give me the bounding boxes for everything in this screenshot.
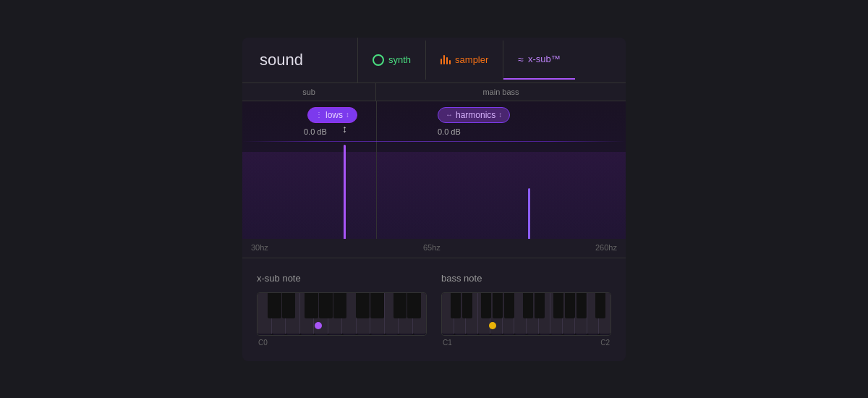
eq-label-mainbass: main bass xyxy=(376,83,626,101)
eq-canvas: ⋮ lows ↕ 0.0 dB ↔ harmonics ↕ 0.0 dB ↕ xyxy=(242,101,626,239)
eq-section: sub main bass ⋮ lows ↕ 0.0 dB ↔ harmonic… xyxy=(242,83,626,258)
white-key[interactable] xyxy=(342,293,357,335)
white-key[interactable] xyxy=(385,293,399,335)
chip-harmonics-db: 0.0 dB xyxy=(438,127,461,136)
chip-harmonics-label: harmonics xyxy=(456,110,495,120)
notes-section: x-sub note xyxy=(242,258,626,361)
xsub-note-title: x-sub note xyxy=(257,273,427,284)
white-key[interactable] xyxy=(466,293,478,335)
white-key[interactable] xyxy=(503,293,515,335)
white-key[interactable] xyxy=(442,293,454,335)
xsub-note-labels: C0 xyxy=(257,336,427,347)
white-key[interactable] xyxy=(328,293,343,335)
white-key[interactable] xyxy=(514,293,527,335)
bass-note-label-c1: C1 xyxy=(443,339,452,347)
white-key[interactable] xyxy=(454,293,467,335)
xsub-piano-keys xyxy=(258,293,426,335)
white-key[interactable] xyxy=(272,293,286,335)
lows-resize-icon: ↕ xyxy=(346,111,349,119)
tab-sampler-label: sampler xyxy=(455,54,488,65)
white-key[interactable] xyxy=(413,293,427,335)
freq-label-65: 65hz xyxy=(423,243,441,252)
white-key[interactable] xyxy=(370,293,385,335)
eq-divider xyxy=(376,101,377,239)
xsub-note-label-c0: C0 xyxy=(258,339,268,347)
white-key[interactable] xyxy=(563,293,575,335)
chip-lows-db: 0.0 dB xyxy=(304,127,327,136)
bass-note-block: bass note xyxy=(441,273,611,347)
lows-drag-icon: ⋮ xyxy=(315,111,323,119)
eq-label-sub: sub xyxy=(242,83,376,101)
eq-fill xyxy=(242,152,626,239)
white-key[interactable] xyxy=(286,293,300,335)
freq-label-260: 260hz xyxy=(595,243,617,252)
header: sound synth sampler ≈ x-sub™ xyxy=(242,38,626,83)
eq-bar-harmonics xyxy=(528,188,530,239)
white-key[interactable] xyxy=(399,293,413,335)
eq-horizontal-line xyxy=(242,141,626,142)
tabs: synth sampler ≈ x-sub™ xyxy=(358,41,626,80)
white-key[interactable] xyxy=(357,293,371,335)
bass-note-dot xyxy=(489,322,496,329)
tab-synth-label: synth xyxy=(388,54,411,65)
white-key[interactable] xyxy=(527,293,539,335)
tab-xsub[interactable]: ≈ x-sub™ xyxy=(503,41,574,80)
white-key[interactable] xyxy=(478,293,490,335)
bass-piano[interactable] xyxy=(441,292,611,336)
white-key[interactable] xyxy=(539,293,551,335)
harmonics-drag-icon: ↔ xyxy=(446,111,453,119)
xsub-note-dot xyxy=(315,322,322,329)
chip-lows[interactable]: ⋮ lows ↕ xyxy=(307,107,357,123)
bass-note-labels: C1 C2 xyxy=(441,336,611,347)
tab-sampler[interactable]: sampler xyxy=(426,41,503,80)
bars-icon xyxy=(441,55,451,64)
white-key[interactable] xyxy=(300,293,315,335)
white-key[interactable] xyxy=(550,293,563,335)
white-key[interactable] xyxy=(587,293,600,335)
freq-label-30: 30hz xyxy=(251,243,268,252)
notes-row: x-sub note xyxy=(257,273,611,347)
xsub-note-block: x-sub note xyxy=(257,273,427,347)
white-key[interactable] xyxy=(258,293,272,335)
bass-piano-keys xyxy=(442,293,610,335)
white-key[interactable] xyxy=(575,293,587,335)
xsub-piano[interactable] xyxy=(257,292,427,336)
bass-note-title: bass note xyxy=(441,273,611,284)
circle-icon xyxy=(373,54,384,66)
cursor-indicator: ↕ xyxy=(342,123,347,135)
harmonics-resize-icon: ↕ xyxy=(498,111,502,119)
freq-row: 30hz 65hz 260hz xyxy=(242,239,626,258)
chip-lows-label: lows xyxy=(326,110,343,120)
white-key[interactable] xyxy=(599,293,610,335)
wave-icon: ≈ xyxy=(518,54,524,65)
eq-bar-lows xyxy=(344,145,346,239)
bass-note-label-c2: C2 xyxy=(600,339,610,347)
chip-harmonics[interactable]: ↔ harmonics ↕ xyxy=(438,107,510,123)
eq-labels-row: sub main bass xyxy=(242,83,626,101)
tab-synth[interactable]: synth xyxy=(358,41,426,80)
tab-xsub-label: x-sub™ xyxy=(528,54,561,64)
app-title: sound xyxy=(242,38,358,82)
app-container: sound synth sampler ≈ x-sub™ xyxy=(242,38,626,361)
